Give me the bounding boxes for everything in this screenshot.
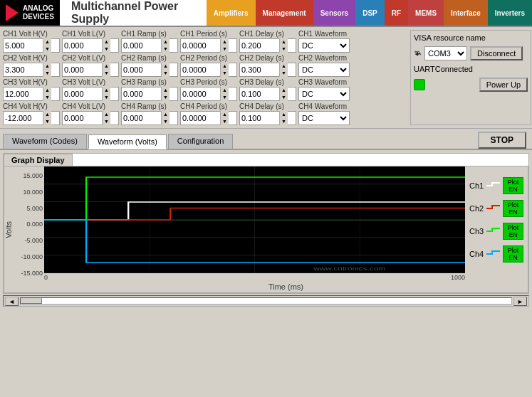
nav-tab-dsp[interactable]: DSP <box>355 0 385 26</box>
ch3-delay-up[interactable]: ▲ <box>280 87 288 94</box>
ch3-volt-l-down[interactable]: ▼ <box>103 94 110 101</box>
scroll-right-button[interactable]: ► <box>513 297 527 306</box>
ch4-delay-input[interactable]: 0.100 <box>240 113 279 123</box>
ch3-volt-l-up[interactable]: ▲ <box>103 87 110 94</box>
visa-port-select[interactable]: COM3COM1COM2 <box>424 46 467 60</box>
ch4-volt-h-input[interactable]: -12.000 <box>4 113 43 123</box>
ch3-period-control: CH3 Period (s) 0.0000 ▲ ▼ <box>180 78 237 101</box>
tab-configuration[interactable]: Configuration <box>168 134 233 149</box>
ch4-volt-h-down[interactable]: ▼ <box>43 118 51 125</box>
ch3-volt-l-input[interactable]: 0.000 <box>63 89 102 99</box>
power-up-button[interactable]: Power Up <box>479 78 528 92</box>
ch2-waveform-select[interactable]: DC <box>298 63 350 77</box>
ch2-volt-l-up[interactable]: ▲ <box>103 63 110 70</box>
ch1-delay-input[interactable]: 0.200 <box>240 41 279 51</box>
tab-waveform-codes[interactable]: Waveform (Codes) <box>3 134 87 149</box>
ch3-waveform-control: CH3 Waveform DC <box>298 78 350 101</box>
ch2-volt-l-input[interactable]: 0.000 <box>63 65 102 75</box>
ch3-ramp-input[interactable]: 0.000 <box>122 89 161 99</box>
nav-tab-interface[interactable]: Interface <box>444 0 488 26</box>
ch2-period-input[interactable]: 0.0000 <box>181 65 220 75</box>
ch1-ramp-down[interactable]: ▼ <box>162 46 169 53</box>
ch4-period-input[interactable]: 0.0000 <box>181 113 220 123</box>
nav-tab-mems[interactable]: MEMS <box>408 0 444 26</box>
ch3-period-input[interactable]: 0.0000 <box>181 89 220 99</box>
ch2-ramp-input[interactable]: 0.000 <box>122 65 161 75</box>
ch4-period-down[interactable]: ▼ <box>221 118 229 125</box>
ch4-ramp-up[interactable]: ▲ <box>162 111 169 118</box>
ch1-volt-l-spinbox[interactable]: 0.000 ▲ ▼ <box>62 38 119 53</box>
scroll-thumb[interactable] <box>21 298 42 304</box>
ch1-ramp-input[interactable]: 0.000 <box>122 41 161 51</box>
ch2-plot-en-button[interactable]: Plot EN <box>503 200 523 217</box>
ch1-volt-h-input[interactable]: 5.000 <box>4 41 43 51</box>
ch1-volt-h-up[interactable]: ▲ <box>43 38 51 46</box>
ch2-delay-input[interactable]: 0.300 <box>240 65 279 75</box>
ch4-volt-h-up[interactable]: ▲ <box>43 111 51 118</box>
ch2-volt-l-down[interactable]: ▼ <box>103 70 110 77</box>
stop-button[interactable]: STOP <box>478 132 526 149</box>
ch3-delay-down[interactable]: ▼ <box>280 94 288 101</box>
ch3-period-down[interactable]: ▼ <box>221 94 229 101</box>
ch2-delay-up[interactable]: ▲ <box>280 63 288 70</box>
ch2-legend-icon <box>486 204 500 213</box>
ch3-period-up[interactable]: ▲ <box>221 87 229 94</box>
disconnect-button[interactable]: Disconnect <box>470 46 523 60</box>
x-axis-ticks: 0 1000 <box>44 273 465 282</box>
ch4-volt-l-down[interactable]: ▼ <box>103 118 110 125</box>
ch1-volt-l-up[interactable]: ▲ <box>103 38 110 46</box>
ch1-volt-h-spinbox[interactable]: 5.000 ▲ ▼ <box>3 38 60 53</box>
ch3-delay-input[interactable]: 0.100 <box>240 89 279 99</box>
scrollbar[interactable]: ◄ ► <box>3 295 529 307</box>
ch3-volt-h-down[interactable]: ▼ <box>43 94 51 101</box>
tab-waveform-volts[interactable]: Waveform (Volts) <box>88 134 167 149</box>
ch2-delay-down[interactable]: ▼ <box>280 70 288 77</box>
ch4-plot-en-button[interactable]: Plot EN <box>503 245 523 263</box>
ch1-volt-l-down[interactable]: ▼ <box>103 46 110 53</box>
ch2-volt-h-input[interactable]: 3.300 <box>4 65 43 75</box>
ch4-volt-l-up[interactable]: ▲ <box>103 111 110 118</box>
ch1-ramp-up[interactable]: ▲ <box>162 38 169 46</box>
ch1-delay-up[interactable]: ▲ <box>280 38 288 46</box>
ch4-waveform-select[interactable]: DC <box>298 111 350 125</box>
ch1-period-up[interactable]: ▲ <box>221 38 229 46</box>
ch2-volt-h-up[interactable]: ▲ <box>43 63 51 70</box>
nav-tab-sensors[interactable]: Sensors <box>313 0 355 26</box>
ch1-volt-h-down[interactable]: ▼ <box>43 46 51 53</box>
nav-tab-management[interactable]: Management <box>256 0 313 26</box>
graph-display-tab[interactable]: Graph Display <box>4 154 73 166</box>
ch2-period-down[interactable]: ▼ <box>221 70 229 77</box>
ch3-plot-en-button[interactable]: Plot EN <box>503 223 523 240</box>
ch1-waveform-select[interactable]: DCSineSquare <box>298 38 350 53</box>
nav-tab-amplifiers[interactable]: Amplifiers <box>207 0 256 26</box>
scroll-left-button[interactable]: ◄ <box>5 297 19 306</box>
ch1-period-spinbox[interactable]: 0.0000 ▲ ▼ <box>180 38 237 53</box>
ch1-period-input[interactable]: 0.0000 <box>181 41 220 51</box>
ch1-delay-down[interactable]: ▼ <box>280 46 288 53</box>
ch1-volt-l-input[interactable]: 0.000 <box>63 41 102 51</box>
ch3-volt-h-input[interactable]: 12.000 <box>4 89 43 99</box>
ch4-delay-down[interactable]: ▼ <box>280 118 288 125</box>
ch2-period-up[interactable]: ▲ <box>221 63 229 70</box>
ch1-ramp-spinbox[interactable]: 0.000 ▲ ▼ <box>121 38 178 53</box>
nav-tab-inverters[interactable]: Inverters <box>488 0 532 26</box>
ch4-volt-l-input[interactable]: 0.000 <box>63 113 102 123</box>
ch1-plot-en-button[interactable]: Plot EN <box>503 177 523 194</box>
ch3-ramp-control: CH3 Ramp (s) 0.000 ▲ ▼ <box>121 78 178 101</box>
ch2-volt-h-down[interactable]: ▼ <box>43 70 51 77</box>
ch2-ramp-up[interactable]: ▲ <box>162 63 169 70</box>
ch1-period-down[interactable]: ▼ <box>221 46 229 53</box>
ch2-ramp-down[interactable]: ▼ <box>162 70 169 77</box>
nav-tab-rf[interactable]: RF <box>385 0 408 26</box>
ch3-ramp-up[interactable]: ▲ <box>162 87 169 94</box>
ch3-volt-h-up[interactable]: ▲ <box>43 87 51 94</box>
scroll-track[interactable] <box>20 297 512 305</box>
ch1-delay-spinbox[interactable]: 0.200 ▲ ▼ <box>239 38 296 53</box>
ch3-legend-icon <box>486 227 500 235</box>
ch4-period-up[interactable]: ▲ <box>221 111 229 118</box>
ch3-waveform-select[interactable]: DC <box>298 87 350 101</box>
ch4-delay-up[interactable]: ▲ <box>280 111 288 118</box>
ch3-ramp-down[interactable]: ▼ <box>162 94 169 101</box>
ch4-ramp-input[interactable]: 0.000 <box>122 113 161 123</box>
ch4-ramp-down[interactable]: ▼ <box>162 118 169 125</box>
